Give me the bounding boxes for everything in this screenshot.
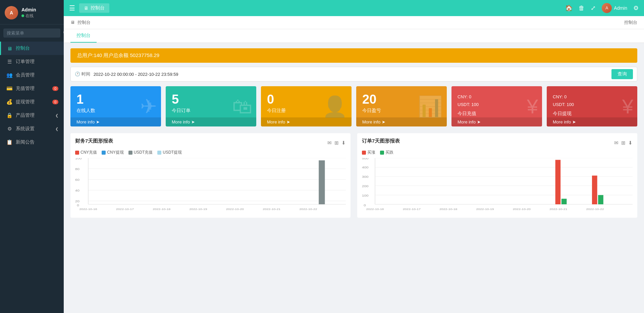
members-icon: 👥 — [6, 72, 12, 78]
order-mail-icon[interactable]: ✉ — [614, 140, 619, 146]
svg-text:0: 0 — [77, 204, 79, 207]
home-icon[interactable]: 🏠 — [565, 4, 573, 12]
legend-label-usdt-withdraw: USDT提现 — [163, 150, 182, 155]
withdraw-badge: 0 — [52, 100, 58, 104]
stat-more-profit[interactable]: More info ➤ — [356, 117, 447, 126]
cny-withdraw-line: CNY: 0 — [553, 93, 631, 101]
bar-down-1021 — [561, 199, 567, 204]
stat-card-recharge: CNY: 0 USDT: 100 今日充值 ¥ More info ➤ — [451, 86, 542, 126]
sidebar-item-recharge[interactable]: 💳 充值管理 0 — [0, 82, 64, 95]
svg-text:2022-10-18: 2022-10-18 — [439, 208, 457, 211]
breadcrumb: 🖥 控制台 — [70, 19, 91, 25]
products-icon: 🔒 — [6, 112, 12, 118]
bar-down-1022 — [598, 195, 603, 204]
stat-more-online[interactable]: More info ➤ — [70, 117, 161, 126]
sidebar-item-dashboard[interactable]: 🖥 控制台 — [0, 42, 64, 55]
finance-grid-icon[interactable]: ⊞ — [334, 140, 339, 146]
query-button[interactable]: 查询 — [611, 69, 633, 79]
stat-more-recharge[interactable]: More info ➤ — [451, 117, 542, 126]
svg-text:2022-10-22: 2022-10-22 — [299, 208, 317, 211]
usdt-withdraw-line: USDT: 100 — [553, 101, 631, 108]
svg-text:2022-10-19: 2022-10-19 — [189, 208, 207, 211]
stat-lines-recharge: CNY: 0 USDT: 100 — [458, 93, 536, 109]
sidebar-item-products[interactable]: 🔒 产品管理 ❮ — [0, 109, 64, 122]
order-chart-box: 订单7天图形报表 ✉ ⊞ ⬇ 买涨 买跌 — [357, 133, 637, 218]
settings-icon: ⚙ — [6, 126, 12, 132]
sidebar-item-members[interactable]: 👥 会员管理 — [0, 68, 64, 82]
sidebar-item-settings[interactable]: ⚙ 系统设置 ❮ — [0, 122, 64, 136]
topbar-right: 🏠 🗑 ⤢ A Admin ⚙ — [565, 3, 639, 13]
svg-text:20: 20 — [75, 200, 79, 203]
topbar-tab-label: 控制台 — [91, 5, 105, 11]
tab-bar: 控制台 — [64, 29, 644, 43]
user-plus-icon: 👤 — [322, 95, 347, 118]
order-chart-header: 订单7天图形报表 ✉ ⊞ ⬇ — [362, 138, 633, 148]
breadcrumb-label: 控制台 — [77, 20, 91, 25]
svg-text:80: 80 — [75, 167, 79, 170]
topbar-admin: A Admin — [602, 3, 627, 13]
sidebar-item-orders[interactable]: ☰ 订单管理 — [0, 55, 64, 68]
orders-icon: ☰ — [6, 59, 12, 65]
svg-text:400: 400 — [362, 166, 369, 169]
topbar-tab-dashboard[interactable]: 🖥 控制台 — [79, 3, 109, 13]
search-input[interactable] — [7, 31, 63, 36]
svg-text:300: 300 — [362, 175, 369, 178]
clock-icon: 🕐 — [75, 71, 80, 76]
tab-dashboard[interactable]: 控制台 — [70, 29, 97, 43]
status-label: 在线 — [25, 13, 34, 19]
withdraw-yuan-icon: ¥ — [622, 95, 633, 118]
stat-label-withdraw: 今日提现 — [553, 111, 631, 117]
stat-more-orders[interactable]: More info ➤ — [166, 117, 256, 126]
legend-down: 买跌 — [380, 150, 393, 155]
topbar-admin-label: Admin — [614, 5, 627, 11]
sidebar-item-withdraw[interactable]: 💰 提现管理 0 — [0, 95, 64, 109]
legend-dot-cny-recharge — [75, 151, 79, 155]
svg-text:40: 40 — [75, 189, 79, 192]
date-filter-row: 🕐 时间 2022-10-22 00:00:00 - 2022-10-22 23… — [70, 67, 637, 82]
stat-more-register[interactable]: More info ➤ — [261, 117, 352, 126]
main-area: ☰ 🖥 控制台 🏠 🗑 ⤢ A Admin ⚙ 🖥 控制台 控制台 — [64, 0, 644, 313]
gear-icon[interactable]: ⚙ — [633, 4, 639, 12]
recharge-icon: 💳 — [6, 86, 12, 92]
finance-download-icon[interactable]: ⬇ — [341, 140, 346, 146]
svg-text:2022-10-21: 2022-10-21 — [263, 208, 280, 211]
avatar: A — [5, 6, 18, 19]
stat-cards-row: 1 在线人数 ✈ More info ➤ 5 今日订单 🛍 More info … — [64, 82, 644, 126]
stat-card-online: 1 在线人数 ✈ More info ➤ — [70, 86, 161, 126]
chart-icon: 📊 — [418, 95, 443, 118]
svg-text:0: 0 — [364, 204, 366, 207]
stat-card-profit: 20 今日盈亏 📊 More info ➤ — [356, 86, 447, 126]
sidebar-item-label: 新闻公告 — [16, 139, 35, 145]
svg-text:100: 100 — [362, 194, 369, 197]
stats-banner: 总用户:140 用户总余额 50237758.29 — [70, 48, 637, 63]
order-grid-icon[interactable]: ⊞ — [621, 140, 626, 146]
legend-usdt-recharge: USDT充值 — [128, 150, 153, 155]
order-download-icon[interactable]: ⬇ — [628, 140, 633, 146]
hamburger-icon[interactable]: ☰ — [69, 4, 75, 12]
bag-icon: 🛍 — [232, 95, 252, 118]
search-box[interactable]: 🔍 — [3, 29, 60, 38]
svg-text:200: 200 — [362, 185, 369, 188]
topbar-tab-icon: 🖥 — [84, 5, 89, 11]
expand-icon[interactable]: ⤢ — [591, 4, 596, 12]
breadcrumb-bar: 🖥 控制台 控制台 — [64, 16, 644, 29]
usdt-recharge-line: USDT: 100 — [458, 101, 536, 108]
legend-dot-usdt-withdraw — [157, 151, 161, 155]
finance-mail-icon[interactable]: ✉ — [327, 140, 332, 146]
user-name: Admin — [21, 7, 36, 12]
legend-dot-down — [380, 151, 384, 155]
finance-chart-box: 财务7天图形报表 ✉ ⊞ ⬇ CNY充值 CNY提现 — [70, 133, 351, 218]
news-icon: 📋 — [6, 139, 12, 145]
yuan-icon: ¥ — [527, 95, 538, 118]
finance-chart-title: 财务7天图形报表 — [75, 138, 113, 144]
bar-usdt-recharge-0622 — [319, 160, 325, 204]
legend-label-up: 买涨 — [367, 150, 375, 155]
settings-arrow-icon: ❮ — [55, 127, 58, 131]
svg-text:2022-10-16: 2022-10-16 — [79, 208, 97, 211]
legend-up: 买涨 — [362, 150, 375, 155]
trash-icon[interactable]: 🗑 — [579, 5, 585, 12]
stat-card-withdraw: CNY: 0 USDT: 100 今日提现 ¥ More info ➤ — [547, 86, 637, 126]
stat-more-withdraw[interactable]: More info ➤ — [547, 117, 637, 126]
stat-lines-withdraw: CNY: 0 USDT: 100 — [553, 93, 631, 109]
sidebar-item-news[interactable]: 📋 新闻公告 — [0, 136, 64, 149]
